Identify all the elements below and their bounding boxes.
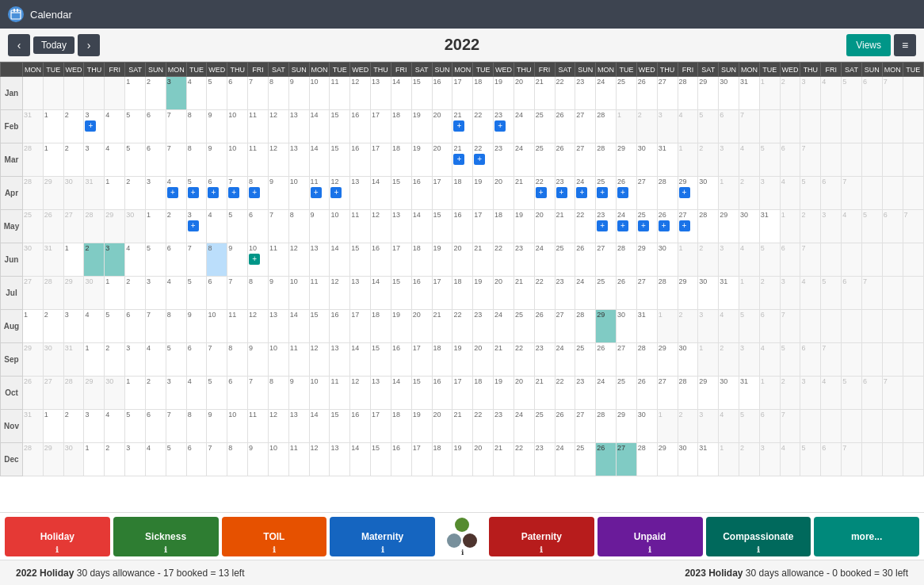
cell-dec-col33[interactable]: 31 xyxy=(698,443,719,476)
cell-mar-col5[interactable]: 5 xyxy=(125,143,146,177)
cell-dec-col22[interactable]: 20 xyxy=(473,443,494,476)
cell-sep-col36[interactable]: 4 xyxy=(759,343,780,377)
cell-oct-col42[interactable]: 7 xyxy=(882,377,903,410)
cell-jun-col16[interactable]: 15 xyxy=(350,243,371,277)
cell-oct-col23[interactable]: 19 xyxy=(494,377,514,410)
cell-mar-col0[interactable]: 28 xyxy=(23,143,44,177)
cell-oct-col35[interactable]: 31 xyxy=(739,377,759,410)
cell-apr-col34[interactable]: 1 xyxy=(719,177,739,210)
add-leave-mar-21[interactable]: + xyxy=(453,154,464,165)
cell-jul-col6[interactable]: 3 xyxy=(145,277,166,310)
cell-jun-col26[interactable]: 25 xyxy=(555,243,575,277)
cell-apr-col25[interactable]: 22+ xyxy=(534,177,555,210)
cell-mar-col12[interactable]: 12 xyxy=(268,143,288,177)
cell-apr-col1[interactable]: 29 xyxy=(43,177,63,210)
cell-oct-col32[interactable]: 28 xyxy=(678,377,698,410)
cell-mar-col4[interactable]: 4 xyxy=(105,143,125,177)
cell-oct-col4[interactable]: 30 xyxy=(105,377,125,410)
cell-sep-col33[interactable]: 1 xyxy=(698,343,719,377)
cell-mar-col1[interactable]: 1 xyxy=(43,143,63,177)
cell-dec-col20[interactable]: 18 xyxy=(432,443,452,476)
cell-feb-col15[interactable]: 15 xyxy=(330,110,350,143)
cell-mar-col26[interactable]: 26 xyxy=(555,143,575,177)
cell-oct-col33[interactable]: 29 xyxy=(698,377,719,410)
cell-apr-col29[interactable]: 26+ xyxy=(617,177,637,210)
cell-oct-col28[interactable]: 24 xyxy=(596,377,617,410)
cell-apr-col2[interactable]: 30 xyxy=(63,177,84,210)
cell-jul-col5[interactable]: 2 xyxy=(125,277,146,310)
cell-jun-col1[interactable]: 31 xyxy=(43,243,63,277)
cell-apr-col9[interactable]: 6+ xyxy=(207,177,227,210)
add-leave-apr-6[interactable]: + xyxy=(208,187,219,198)
cell-apr-col16[interactable]: 13 xyxy=(350,177,371,210)
cell-apr-col15[interactable]: 12+ xyxy=(330,177,350,210)
cell-jul-col4[interactable]: 1 xyxy=(105,277,125,310)
cell-mar-col6[interactable]: 6 xyxy=(145,143,166,177)
cell-may-col24[interactable]: 19 xyxy=(514,210,534,243)
cell-nov-col7[interactable]: 7 xyxy=(166,410,186,443)
cell-may-col23[interactable]: 18 xyxy=(494,210,514,243)
cell-sep-col7[interactable]: 5 xyxy=(166,343,186,377)
cell-sep-col28[interactable]: 26 xyxy=(596,343,617,377)
cell-nov-col3[interactable]: 3 xyxy=(84,410,105,443)
cell-jan-col29[interactable]: 25 xyxy=(617,77,637,110)
cell-may-col22[interactable]: 17 xyxy=(473,210,494,243)
cell-jan-col19[interactable]: 15 xyxy=(411,77,432,110)
cell-dec-col34[interactable]: 1 xyxy=(719,443,739,476)
cell-jan-col8[interactable]: 4 xyxy=(186,77,207,110)
today-button[interactable]: Today xyxy=(33,36,74,54)
cell-feb-col36[interactable] xyxy=(759,110,780,143)
cell-sep-col4[interactable]: 2 xyxy=(105,343,125,377)
cell-apr-col32[interactable]: 29+ xyxy=(678,177,698,210)
cell-jul-col0[interactable]: 27 xyxy=(23,277,44,310)
cell-oct-col30[interactable]: 26 xyxy=(636,377,657,410)
cell-nov-col13[interactable]: 13 xyxy=(288,410,309,443)
cell-dec-col17[interactable]: 15 xyxy=(371,443,391,476)
cell-oct-col26[interactable]: 22 xyxy=(555,377,575,410)
cell-jan-col34[interactable]: 30 xyxy=(719,77,739,110)
cell-nov-col39[interactable] xyxy=(821,410,842,443)
cell-aug-col38[interactable] xyxy=(800,310,821,343)
cell-jan-col4[interactable] xyxy=(105,77,125,110)
cell-aug-col33[interactable]: 3 xyxy=(698,310,719,343)
cell-dec-col40[interactable]: 7 xyxy=(842,443,862,476)
cell-dec-col14[interactable]: 12 xyxy=(309,443,330,476)
cell-apr-col3[interactable]: 31 xyxy=(84,177,105,210)
cell-oct-col11[interactable]: 7 xyxy=(248,377,269,410)
cell-jul-col27[interactable]: 24 xyxy=(575,277,596,310)
cell-jul-col14[interactable]: 11 xyxy=(309,277,330,310)
cell-jul-col11[interactable]: 8 xyxy=(248,277,269,310)
cell-mar-col32[interactable]: 1 xyxy=(678,143,698,177)
cell-may-col5[interactable]: 30 xyxy=(125,210,146,243)
cell-jun-col36[interactable]: 5 xyxy=(759,243,780,277)
cell-aug-col22[interactable]: 23 xyxy=(473,310,494,343)
cell-apr-col22[interactable]: 19 xyxy=(473,177,494,210)
cell-jul-col3[interactable]: 30 xyxy=(84,277,105,310)
cell-nov-col18[interactable]: 18 xyxy=(391,410,411,443)
cell-dec-col11[interactable]: 9 xyxy=(248,443,269,476)
cell-nov-col15[interactable]: 15 xyxy=(330,410,350,443)
cell-mar-col27[interactable]: 27 xyxy=(575,143,596,177)
cell-jan-col42[interactable]: 7 xyxy=(882,77,903,110)
cell-feb-col20[interactable]: 20 xyxy=(432,110,452,143)
add-leave-feb-23[interactable]: + xyxy=(494,120,506,132)
cell-aug-col8[interactable]: 9 xyxy=(186,310,207,343)
cell-sep-col16[interactable]: 14 xyxy=(350,343,371,377)
cell-aug-col34[interactable]: 4 xyxy=(719,310,739,343)
cell-feb-col7[interactable]: 7 xyxy=(166,110,186,143)
cell-sep-col14[interactable]: 12 xyxy=(309,343,330,377)
cell-jun-col15[interactable]: 14 xyxy=(330,243,350,277)
cell-aug-col6[interactable]: 7 xyxy=(145,310,166,343)
cell-may-col40[interactable]: 4 xyxy=(842,210,862,243)
cell-apr-col6[interactable]: 3 xyxy=(145,177,166,210)
cell-oct-col40[interactable]: 5 xyxy=(842,377,862,410)
cell-nov-col23[interactable]: 23 xyxy=(494,410,514,443)
cell-feb-col2[interactable]: 2 xyxy=(63,110,84,143)
cell-jan-col38[interactable]: 3 xyxy=(800,77,821,110)
cell-feb-col41[interactable] xyxy=(861,110,882,143)
cell-feb-col24[interactable]: 24 xyxy=(514,110,534,143)
cell-dec-col26[interactable]: 24 xyxy=(555,443,575,476)
cell-feb-col16[interactable]: 16 xyxy=(350,110,371,143)
cell-apr-col14[interactable]: 11+ xyxy=(309,177,330,210)
cell-apr-col24[interactable]: 21 xyxy=(514,177,534,210)
